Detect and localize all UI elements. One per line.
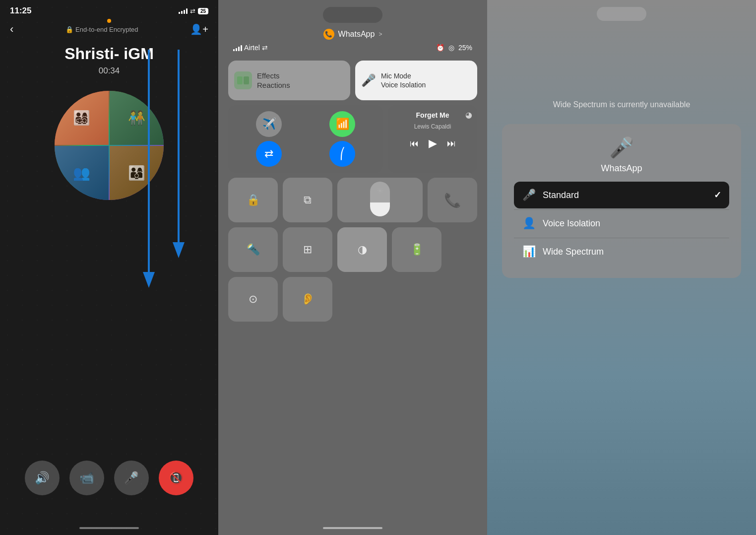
phone-button[interactable]: 📞 <box>428 178 477 222</box>
standard-checkmark: ✓ <box>714 190 721 201</box>
contact-name: Shristi- iGM <box>0 45 218 63</box>
brightness-icon: ☀ <box>376 186 384 197</box>
control-center-grid: EffectsReactions 🎤 Mic Mode Voice Isolat… <box>218 56 487 327</box>
dynamic-island <box>323 7 382 23</box>
appearance-button[interactable]: ◑ <box>337 227 387 272</box>
whatsapp-banner[interactable]: 📞 WhatsApp > <box>218 29 487 40</box>
next-track-button[interactable]: ⏭ <box>447 138 456 149</box>
appearance-icon: ◑ <box>358 243 367 256</box>
cc-row-4: 🔦 ⊞ ◑ 🔋 <box>228 227 477 272</box>
mic-mode-label: Mic Mode Voice Isolation <box>381 71 426 89</box>
end-call-icon: 📵 <box>169 471 184 485</box>
low-power-button[interactable]: 🔋 <box>392 227 441 272</box>
previous-track-button[interactable]: ⏮ <box>410 138 419 149</box>
contact-avatar: 👨‍👩‍👧‍👦 🧑‍🤝‍🧑 👥 👨‍👩‍👦 <box>55 91 164 200</box>
voice-isolation-option[interactable]: 👤 Voice Isolation <box>514 210 729 237</box>
carrier-name: Airtel <box>244 44 260 52</box>
screen-mirror-icon: ⧉ <box>304 194 312 206</box>
standard-option[interactable]: 🎤 Standard ✓ <box>514 182 729 208</box>
qr-scanner-button[interactable]: ⊞ <box>283 227 332 272</box>
p3-dynamic-island <box>597 7 646 21</box>
mute-icon: 🎤 <box>124 471 139 485</box>
top-pill-area <box>218 0 487 23</box>
add-contact-button[interactable]: 👤+ <box>190 23 208 35</box>
voice-isolation-icon: 👤 <box>522 217 536 230</box>
airplay-icon: ◕ <box>465 110 472 120</box>
svg-rect-5 <box>244 76 249 84</box>
effects-reactions-tile[interactable]: EffectsReactions <box>228 61 350 100</box>
wide-spectrum-message: Wide Spectrum is currently unavailable <box>487 100 756 109</box>
effects-icon <box>234 71 252 89</box>
speaker-button[interactable]: 🔊 <box>25 461 60 495</box>
mic-card-header: 🎤 WhatsApp <box>514 136 729 174</box>
control-center-screen: 📞 WhatsApp > Airtel ⇄ ⏰ ◎ 25% <box>218 0 487 535</box>
p3-top-pill-area <box>487 0 756 21</box>
whatsapp-app-icon: 📞 <box>323 29 334 40</box>
airplane-mode-button[interactable]: ✈️ <box>256 111 282 137</box>
screen-record-icon: ⊙ <box>249 293 257 306</box>
music-player-tile[interactable]: ◕ Forget Me Lewis Capaldi ⏮ ▶ ⏭ <box>388 105 477 173</box>
background-pattern <box>0 0 218 535</box>
brightness-slider-tile[interactable]: ☀ <box>337 178 423 222</box>
standard-mic-icon: 🎤 <box>522 189 536 201</box>
svg-rect-4 <box>237 76 243 84</box>
bluetooth-button[interactable]: ⎛ <box>329 141 355 167</box>
video-icon: 📹 <box>79 471 94 485</box>
location-icon: ◎ <box>448 44 454 52</box>
hearing-icon: 👂 <box>301 293 315 306</box>
whatsapp-call-screen: 11:25 ⇄ 25 ‹ 🔒 End-to-end Encrypted 👤+ S… <box>0 0 218 535</box>
status-icons: ⇄ 25 <box>179 7 208 15</box>
play-pause-button[interactable]: ▶ <box>429 137 437 150</box>
call-controls: 🔊 📹 🎤 📵 <box>0 461 218 495</box>
qr-icon: ⊞ <box>303 243 312 256</box>
rotation-lock-button[interactable]: 🔒 <box>228 178 278 222</box>
p2-carrier-label: Airtel ⇄ <box>233 44 268 52</box>
end-call-button[interactable]: 📵 <box>159 461 193 495</box>
cc-row-3: 🔒 ⧉ ☀ 📞 <box>228 178 477 222</box>
video-button[interactable]: 📹 <box>69 461 104 495</box>
brightness-slider: ☀ <box>370 182 390 216</box>
voice-isolation-option-label: Voice Isolation <box>543 218 721 229</box>
music-controls: ⏮ ▶ ⏭ <box>394 137 471 150</box>
call-header: ‹ 🔒 End-to-end Encrypted 👤+ <box>0 19 218 40</box>
wifi-button[interactable]: ⇄ <box>256 141 282 167</box>
speaker-icon: 🔊 <box>35 471 50 485</box>
whatsapp-app-name-label: WhatsApp <box>338 30 375 39</box>
mic-app-name: WhatsApp <box>601 163 642 174</box>
standard-option-label: Standard <box>543 190 707 201</box>
music-track-title: Forget Me <box>394 111 471 119</box>
wifi-icon: ⇄ <box>190 7 195 15</box>
whatsapp-chevron-icon: > <box>378 31 382 38</box>
rotation-lock-icon: 🔒 <box>247 194 260 206</box>
call-timer: 00:34 <box>0 66 218 76</box>
cellular-button[interactable]: 📶 <box>329 111 355 137</box>
effects-reactions-label: EffectsReactions <box>257 71 290 90</box>
battery-saver-icon: 🔋 <box>410 243 424 256</box>
wide-spectrum-option[interactable]: 📊 Wide Spectrum <box>514 238 729 265</box>
mic-large-icon: 🎤 <box>609 136 634 159</box>
mute-button[interactable]: 🎤 <box>114 461 149 495</box>
mic-mode-icon: 🎤 <box>361 73 376 87</box>
connectivity-tiles: ✈️ 📶 ⇄ ⎛ <box>228 105 383 173</box>
cc-row-1: EffectsReactions 🎤 Mic Mode Voice Isolat… <box>228 61 477 100</box>
home-indicator <box>79 527 139 529</box>
status-time: 11:25 <box>10 6 31 16</box>
music-artist-label: Lewis Capaldi <box>394 123 471 130</box>
p2-signal-icon <box>233 44 242 51</box>
back-button[interactable]: ‹ <box>10 23 13 36</box>
hearing-button[interactable]: 👂 <box>283 277 332 322</box>
connectivity-column: ✈️ 📶 ⇄ ⎛ <box>228 105 383 173</box>
flashlight-button[interactable]: 🔦 <box>228 227 278 272</box>
p2-status-right: ⏰ ◎ 25% <box>436 44 472 52</box>
status-bar: 11:25 ⇄ 25 <box>0 0 218 19</box>
mic-mode-card: 🎤 WhatsApp 🎤 Standard ✓ 👤 Voice Isolatio… <box>502 124 741 278</box>
screen-mirror-button[interactable]: ⧉ <box>283 178 332 222</box>
mic-mode-tile[interactable]: 🎤 Mic Mode Voice Isolation <box>355 61 477 100</box>
screen-record-button[interactable]: ⊙ <box>228 277 278 322</box>
signal-icon <box>179 8 188 14</box>
cc-row-5: ⊙ 👂 <box>228 277 477 322</box>
cc-row-2: ✈️ 📶 ⇄ ⎛ ◕ Forget Me Lewis Capaldi ⏮ ▶ ⏭ <box>228 105 477 173</box>
wide-spectrum-option-label: Wide Spectrum <box>543 247 721 257</box>
home-indicator-p2 <box>323 527 382 529</box>
battery-icon: 25 <box>198 8 208 14</box>
